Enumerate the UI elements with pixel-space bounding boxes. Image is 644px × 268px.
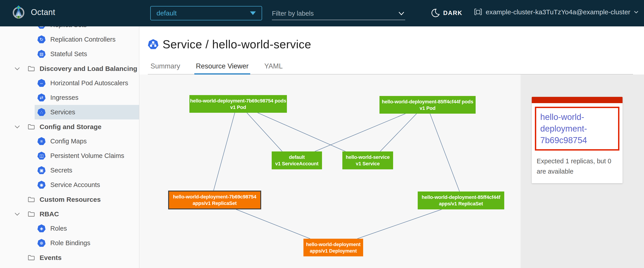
selected-resource-card: hello-world-deployment-7b69c98754 Expect…: [532, 97, 622, 183]
graph-node-serviceaccount-default[interactable]: default v1 ServiceAccount: [272, 152, 322, 169]
cluster-context-selector[interactable]: example-cluster-ka3TuTzYo4a@example-clus…: [474, 8, 639, 16]
cluster-context-label: example-cluster-ka3TuTzYo4a@example-clus…: [486, 8, 630, 16]
moon-icon: [431, 8, 440, 18]
service-icon: [148, 39, 158, 50]
namespace-value: default: [156, 10, 250, 17]
detail-panel: hello-world-deployment-7b69c98754 Expect…: [520, 74, 644, 268]
config-maps-icon: ≡: [37, 137, 46, 146]
chevron-down-icon: [14, 67, 20, 71]
sidebar-group-rbac[interactable]: RBAC: [0, 207, 139, 221]
caret-down-icon: [250, 12, 256, 15]
label-filter-input[interactable]: [272, 10, 398, 17]
graph-node-replicaset-7b69c98754[interactable]: hello-world-deployment-7b69c98754 apps/v…: [168, 190, 261, 210]
folder-icon: [28, 210, 35, 217]
persistent-volume-claims-icon: ◫: [37, 152, 46, 160]
replica-warning-message: Expected 1 replicas, but 0 are available: [537, 156, 618, 176]
graph-node-pod-85ff4cf44f[interactable]: hello-world-deployment-85ff4cf44f pods v…: [380, 96, 476, 114]
sidebar-group-config-and-storage[interactable]: Config and Storage: [0, 120, 139, 134]
sidebar-item-stateful-sets[interactable]: ▤ Stateful Sets: [0, 47, 139, 61]
resource-graph: hello-world-deployment-7b69c98754 pods v…: [139, 74, 520, 268]
sidebar-item-ingresses[interactable]: ⇄ Ingresses: [0, 90, 139, 105]
service-accounts-icon: ◉: [37, 181, 46, 189]
sidebar-item-persistent-volume-claims[interactable]: ◫ Persistent Volume Claims: [0, 148, 139, 163]
label-filter: [272, 7, 405, 20]
chevron-down-icon: [634, 10, 639, 14]
replica-sets-icon: ▦: [37, 26, 46, 29]
tab-yaml[interactable]: YAML: [264, 62, 283, 74]
namespace-dropdown[interactable]: default: [150, 6, 262, 20]
top-bar: Octant default DARK example-cluster-ka3T…: [0, 0, 644, 26]
selected-resource-link[interactable]: hello-world-deployment-7b69c98754: [540, 111, 614, 146]
sidebar-item-config-maps[interactable]: ≡ Config Maps: [0, 134, 139, 148]
tab-content: hello-world-deployment-7b69c98754 pods v…: [139, 74, 644, 268]
dark-theme-toggle[interactable]: DARK: [431, 8, 462, 18]
tab-resource-viewer[interactable]: Resource Viewer: [196, 62, 248, 74]
graph-node-service-hello-world[interactable]: hello-world-service v1 Service: [342, 152, 393, 169]
folder-icon: [28, 65, 35, 72]
sidebar-item-replication-controllers[interactable]: ↻ Replication Controllers: [0, 32, 139, 47]
chevron-down-icon[interactable]: [398, 11, 405, 16]
replication-controllers-icon: ↻: [37, 35, 46, 44]
roles-icon: ◈: [37, 224, 46, 233]
sidebar-item-secrets[interactable]: ▣ Secrets: [0, 163, 139, 178]
selected-resource-highlight: hello-world-deployment-7b69c98754: [535, 107, 620, 150]
chevron-down-icon: [14, 212, 20, 216]
sidebar-group-discovery-and-load-balancing[interactable]: Discovery and Load Balancing: [0, 61, 139, 76]
graph-node-replicaset-85ff4cf44f[interactable]: hello-world-deployment-85ff4cf44f apps/v…: [418, 192, 504, 210]
octant-logo-icon: [12, 5, 26, 19]
services-icon: ∴: [37, 108, 46, 116]
sidebar-item-service-accounts[interactable]: ◉ Service Accounts: [0, 178, 139, 192]
tab-summary[interactable]: Summary: [150, 62, 180, 74]
sidebar-item-services[interactable]: ∴ Services: [0, 105, 139, 120]
folder-icon: [28, 196, 35, 202]
sidebar-item-role-bindings[interactable]: ⊕ Role Bindings: [0, 236, 139, 250]
theme-label: DARK: [443, 10, 462, 16]
brand: Octant: [12, 5, 55, 19]
sidebar-nav: ▦ Replica Sets ↻ Replication Controllers…: [0, 26, 139, 268]
status-error-bar: [532, 97, 622, 103]
sidebar-group-custom-resources[interactable]: Custom Resources: [0, 192, 139, 207]
sidebar-item-horizontal-pod-autoscalers[interactable]: ⇔ Horizontal Pod Autoscalers: [0, 76, 139, 90]
page-header: Service / hello-world-service: [148, 38, 311, 51]
sidebar-item-roles[interactable]: ◈ Roles: [0, 221, 139, 236]
stateful-sets-icon: ▤: [37, 50, 46, 58]
chevron-down-icon: [14, 125, 20, 129]
cluster-icon: [474, 8, 482, 16]
graph-node-deployment[interactable]: hello-world-deployment apps/v1 Deploymen…: [304, 239, 363, 256]
page-title: Service / hello-world-service: [162, 38, 311, 51]
sidebar-group-events[interactable]: Events: [0, 250, 139, 265]
graph-node-pod-7b69c98754[interactable]: hello-world-deployment-7b69c98754 pods v…: [190, 95, 287, 113]
sidebar-item-replica-sets[interactable]: ▦ Replica Sets: [0, 26, 139, 32]
ingresses-icon: ⇄: [37, 94, 46, 102]
tab-bar: Summary Resource Viewer YAML: [148, 62, 633, 74]
folder-icon: [28, 254, 35, 260]
horizontal-pod-autoscalers-icon: ⇔: [37, 79, 46, 87]
octant-app: Octant default DARK example-cluster-ka3T…: [0, 0, 644, 268]
secrets-icon: ▣: [37, 166, 46, 174]
role-bindings-icon: ⊕: [37, 239, 46, 247]
main-content: Service / hello-world-service Summary Re…: [139, 26, 644, 268]
folder-icon: [28, 123, 35, 130]
app-title: Octant: [31, 8, 55, 17]
